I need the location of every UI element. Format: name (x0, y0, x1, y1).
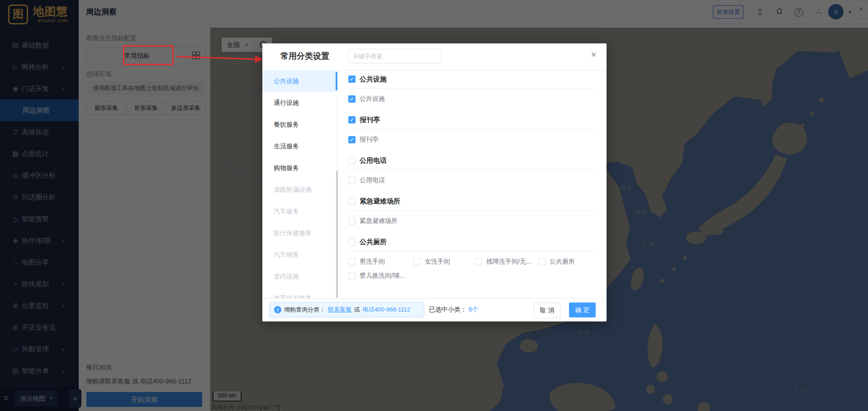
category-settings-dialog: 常用分类设置 × 公共设施通行设施餐饮服务生活服务购物服务道路附属设施汽车服务医… (262, 43, 607, 321)
subcategory-checkbox-list: ✓公共设施✓公共设施✓报刊亭✓报刊亭公用电话公用电话紧急避难场所紧急避难场所公共… (348, 70, 596, 298)
checkbox[interactable] (348, 157, 356, 164)
app-window: 渤海黄海东海南海太平洋 全国 ∨ 500 km 高德软件 GS(2023)467… (0, 0, 868, 411)
checkbox-item-婴儿换洗间/哺...[interactable]: 婴儿换洗间/哺... (348, 269, 405, 283)
checkbox-item-公用电话[interactable]: 公用电话 (348, 173, 385, 187)
checkbox-group-公共厕所: 公共厕所男洗手间女洗手间残障洗手间/无...公共厕所婴儿换洗间/哺... (348, 233, 596, 285)
dialog-title: 常用分类设置 (280, 51, 329, 61)
group-header-label: 报刊亭 (360, 116, 380, 124)
info-icon: i (274, 306, 281, 313)
group-items-row: ✓公共设施 (348, 89, 596, 109)
checkbox-group-公共设施: ✓公共设施✓公共设施 (348, 70, 596, 109)
checkbox[interactable]: ✓ (348, 136, 356, 143)
group-items-row: ✓报刊亭 (348, 129, 596, 149)
checkbox-item-残障洗手间/无...[interactable]: 残障洗手间/无... (475, 255, 538, 269)
checkbox-group-紧急避难场所: 紧急避难场所紧急避难场所 (348, 192, 596, 231)
group-items-row: 紧急避难场所 (348, 211, 596, 231)
checkbox-item-label: 公共设施 (360, 95, 385, 103)
notice-text: 增购查询分类： (284, 306, 325, 314)
checkbox-item-label: 女洗手间 (425, 258, 450, 266)
checkbox-item-label: 残障洗手间/无... (486, 258, 531, 266)
checkbox-group-报刊亭: ✓报刊亭✓报刊亭 (348, 111, 596, 149)
checkbox-item-label: 公共厕所 (550, 258, 575, 266)
checkbox[interactable] (413, 258, 421, 265)
checkbox[interactable] (348, 217, 356, 225)
category-item-通行设施[interactable]: 通行设施 (262, 92, 337, 113)
checkbox[interactable] (348, 177, 356, 184)
category-item-室内设施: 室内设施 (262, 265, 337, 287)
checkbox[interactable]: ✓ (348, 76, 356, 83)
annotation-arrow (172, 51, 265, 66)
cancel-button[interactable]: 取 消 (534, 302, 560, 318)
checkbox-item-女洗手间[interactable]: 女洗手间 (413, 255, 475, 269)
checkbox[interactable]: ✓ (348, 116, 356, 123)
checkbox-item-紧急避难场所[interactable]: 紧急避难场所 (348, 214, 398, 228)
category-item-汽车销售: 汽车销售 (262, 244, 337, 265)
checkbox-item-男洗手间[interactable]: 男洗手间 (348, 255, 413, 269)
category-item-汽车服务: 汽车服务 (262, 200, 337, 222)
category-item-体育休闲服务: 体育休闲服务 (262, 287, 337, 298)
category-item-生活服务[interactable]: 生活服务 (262, 135, 337, 157)
checkbox[interactable] (348, 272, 356, 279)
confirm-button[interactable]: 确 定 (569, 302, 596, 317)
category-item-餐饮服务[interactable]: 餐饮服务 (262, 113, 337, 135)
checkbox-item-label: 婴儿换洗间/哺... (360, 272, 405, 280)
keyword-search-input[interactable] (348, 49, 442, 63)
group-header-row: 公共厕所 (348, 233, 596, 251)
group-header-row: ✓公共设施 (348, 70, 596, 88)
selected-count-label: 已选中小类： (429, 306, 467, 313)
or-text: 或 (354, 306, 360, 314)
close-icon[interactable]: × (591, 49, 597, 61)
category-item-医疗保健服务: 医疗保健服务 (262, 222, 337, 244)
scrollbar-thumb[interactable] (336, 170, 338, 298)
checkbox-item-公共厕所[interactable]: 公共厕所 (538, 255, 593, 269)
checkbox[interactable] (348, 198, 356, 205)
group-header-row: 公用电话 (348, 151, 596, 170)
category-item-购物服务[interactable]: 购物服务 (262, 157, 337, 179)
group-items-row: 男洗手间女洗手间残障洗手间/无...公共厕所婴儿换洗间/哺... (348, 251, 596, 285)
group-items-row: 公用电话 (348, 170, 596, 190)
checkbox[interactable] (348, 258, 356, 265)
checkbox-item-label: 报刊亭 (360, 136, 379, 144)
category-item-道路附属设施: 道路附属设施 (262, 179, 337, 200)
dialog-footer: i 增购查询分类： 联系客服 或 电话400-966-1112 已选中小类： 6… (262, 298, 607, 322)
annotation-highlight-rect (123, 45, 174, 65)
checkbox-item-公共设施[interactable]: ✓公共设施 (348, 92, 385, 106)
checkbox[interactable] (475, 258, 482, 265)
group-header-label: 公用电话 (360, 156, 387, 165)
contact-support-link[interactable]: 联系客服 (328, 306, 351, 314)
checkbox-item-报刊亭[interactable]: ✓报刊亭 (348, 132, 379, 146)
group-header-label: 紧急避难场所 (360, 197, 400, 206)
group-header-label: 公共厕所 (360, 238, 387, 246)
phone-number: 电话400-966-1112 (363, 306, 410, 314)
selected-count-value: 6个 (469, 306, 479, 313)
checkbox[interactable] (348, 238, 356, 246)
selected-count-text: 已选中小类： 6个 (429, 306, 479, 314)
checkbox[interactable] (538, 258, 545, 265)
group-header-row: ✓报刊亭 (348, 111, 596, 129)
checkbox-item-label: 男洗手间 (360, 258, 385, 266)
checkbox-item-label: 紧急避难场所 (360, 217, 398, 225)
purchase-notice: i 增购查询分类： 联系客服 或 电话400-966-1112 (269, 302, 424, 317)
category-item-公共设施[interactable]: 公共设施 (262, 70, 337, 92)
group-header-row: 紧急避难场所 (348, 192, 596, 210)
checkbox[interactable]: ✓ (348, 95, 356, 103)
category-list: 公共设施通行设施餐饮服务生活服务购物服务道路附属设施汽车服务医疗保健服务汽车销售… (262, 70, 337, 298)
active-category-indicator (336, 72, 337, 90)
checkbox-item-label: 公用电话 (360, 176, 385, 184)
group-header-label: 公共设施 (360, 75, 387, 84)
checkbox-group-公用电话: 公用电话公用电话 (348, 151, 596, 190)
